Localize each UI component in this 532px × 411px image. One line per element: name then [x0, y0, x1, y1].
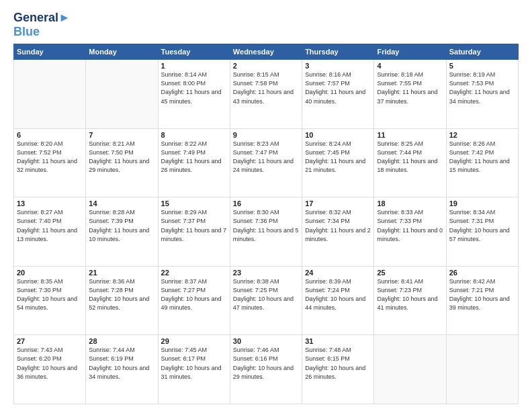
day-info: Sunrise: 8:21 AMSunset: 7:50 PMDaylight:… [89, 140, 154, 175]
day-info: Sunrise: 8:28 AMSunset: 7:39 PMDaylight:… [89, 208, 154, 243]
day-info: Sunrise: 8:32 AMSunset: 7:34 PMDaylight:… [305, 208, 371, 243]
calendar-cell: 9Sunrise: 8:23 AMSunset: 7:47 PMDaylight… [230, 128, 302, 197]
calendar-week-row: 20Sunrise: 8:35 AMSunset: 7:30 PMDayligh… [14, 266, 519, 335]
day-number: 24 [305, 269, 371, 277]
calendar-header-tuesday: Tuesday [158, 44, 230, 60]
day-info: Sunrise: 8:34 AMSunset: 7:31 PMDaylight:… [449, 208, 515, 243]
day-info: Sunrise: 8:36 AMSunset: 7:28 PMDaylight:… [89, 277, 154, 312]
day-info: Sunrise: 8:25 AMSunset: 7:44 PMDaylight:… [377, 140, 443, 175]
day-number: 18 [377, 199, 443, 208]
day-number: 26 [449, 269, 515, 277]
day-number: 23 [233, 269, 299, 277]
day-number: 17 [305, 199, 371, 208]
day-number: 30 [233, 337, 299, 345]
calendar-cell: 1Sunrise: 8:14 AMSunset: 8:00 PMDaylight… [158, 60, 230, 129]
day-info: Sunrise: 8:20 AMSunset: 7:52 PMDaylight:… [17, 140, 83, 175]
day-info: Sunrise: 8:16 AMSunset: 7:57 PMDaylight:… [305, 71, 371, 105]
calendar-cell: 25Sunrise: 8:41 AMSunset: 7:23 PMDayligh… [374, 266, 446, 335]
calendar-cell [446, 335, 518, 404]
day-number: 10 [305, 131, 371, 139]
day-number: 1 [161, 62, 227, 70]
day-number: 4 [377, 62, 443, 70]
calendar-cell: 31Sunrise: 7:48 AMSunset: 6:15 PMDayligh… [302, 335, 374, 404]
day-number: 22 [161, 269, 227, 277]
logo: General► Blue [13, 11, 71, 38]
day-number: 5 [449, 62, 515, 70]
day-number: 2 [233, 62, 299, 70]
calendar-cell: 24Sunrise: 8:39 AMSunset: 7:24 PMDayligh… [302, 266, 374, 335]
calendar-cell: 8Sunrise: 8:22 AMSunset: 7:49 PMDaylight… [158, 128, 230, 197]
day-info: Sunrise: 8:38 AMSunset: 7:25 PMDaylight:… [233, 277, 299, 312]
day-info: Sunrise: 8:23 AMSunset: 7:47 PMDaylight:… [233, 140, 299, 175]
day-info: Sunrise: 7:45 AMSunset: 6:17 PMDaylight:… [161, 346, 227, 381]
day-number: 16 [233, 199, 299, 208]
calendar-cell: 14Sunrise: 8:28 AMSunset: 7:39 PMDayligh… [86, 197, 158, 267]
calendar-header-row: SundayMondayTuesdayWednesdayThursdayFrid… [14, 44, 519, 60]
day-info: Sunrise: 8:18 AMSunset: 7:55 PMDaylight:… [377, 71, 443, 105]
day-number: 12 [449, 131, 515, 139]
calendar-cell: 2Sunrise: 8:15 AMSunset: 7:58 PMDaylight… [230, 60, 302, 129]
calendar-cell: 6Sunrise: 8:20 AMSunset: 7:52 PMDaylight… [14, 128, 86, 197]
calendar-cell: 23Sunrise: 8:38 AMSunset: 7:25 PMDayligh… [230, 266, 302, 335]
day-number: 25 [377, 269, 443, 277]
day-number: 14 [89, 199, 154, 208]
calendar-cell: 3Sunrise: 8:16 AMSunset: 7:57 PMDaylight… [302, 60, 374, 129]
day-info: Sunrise: 8:39 AMSunset: 7:24 PMDaylight:… [305, 277, 371, 312]
calendar-header-saturday: Saturday [446, 44, 518, 60]
calendar-cell [86, 60, 158, 129]
calendar-week-row: 6Sunrise: 8:20 AMSunset: 7:52 PMDaylight… [14, 128, 519, 197]
day-number: 15 [161, 199, 227, 208]
calendar-cell [14, 60, 86, 129]
day-info: Sunrise: 8:19 AMSunset: 7:53 PMDaylight:… [449, 71, 515, 105]
calendar-cell: 18Sunrise: 8:33 AMSunset: 7:33 PMDayligh… [374, 197, 446, 267]
logo-text: General► Blue [13, 11, 71, 38]
day-info: Sunrise: 7:46 AMSunset: 6:16 PMDaylight:… [233, 346, 299, 381]
day-number: 11 [377, 131, 443, 139]
day-info: Sunrise: 8:22 AMSunset: 7:49 PMDaylight:… [161, 140, 227, 175]
calendar-cell: 17Sunrise: 8:32 AMSunset: 7:34 PMDayligh… [302, 197, 374, 267]
day-info: Sunrise: 8:37 AMSunset: 7:27 PMDaylight:… [161, 277, 227, 312]
calendar-header-friday: Friday [374, 44, 446, 60]
day-number: 21 [89, 269, 154, 277]
calendar-cell: 5Sunrise: 8:19 AMSunset: 7:53 PMDaylight… [446, 60, 518, 129]
calendar-cell: 20Sunrise: 8:35 AMSunset: 7:30 PMDayligh… [14, 266, 86, 335]
calendar-cell: 11Sunrise: 8:25 AMSunset: 7:44 PMDayligh… [374, 128, 446, 197]
calendar-cell: 26Sunrise: 8:42 AMSunset: 7:21 PMDayligh… [446, 266, 518, 335]
day-info: Sunrise: 8:27 AMSunset: 7:40 PMDaylight:… [17, 208, 83, 243]
calendar-cell: 16Sunrise: 8:30 AMSunset: 7:36 PMDayligh… [230, 197, 302, 267]
calendar-cell: 4Sunrise: 8:18 AMSunset: 7:55 PMDaylight… [374, 60, 446, 129]
day-info: Sunrise: 8:41 AMSunset: 7:23 PMDaylight:… [377, 277, 443, 312]
calendar-header-sunday: Sunday [14, 44, 86, 60]
calendar-cell: 19Sunrise: 8:34 AMSunset: 7:31 PMDayligh… [446, 197, 518, 267]
calendar-week-row: 27Sunrise: 7:43 AMSunset: 6:20 PMDayligh… [14, 335, 519, 404]
calendar-cell: 10Sunrise: 8:24 AMSunset: 7:45 PMDayligh… [302, 128, 374, 197]
calendar-cell [374, 335, 446, 404]
day-info: Sunrise: 7:43 AMSunset: 6:20 PMDaylight:… [17, 346, 83, 381]
calendar-header-monday: Monday [86, 44, 158, 60]
day-info: Sunrise: 7:44 AMSunset: 6:19 PMDaylight:… [89, 346, 154, 381]
day-info: Sunrise: 8:14 AMSunset: 8:00 PMDaylight:… [161, 71, 227, 105]
calendar-cell: 15Sunrise: 8:29 AMSunset: 7:37 PMDayligh… [158, 197, 230, 267]
day-number: 28 [89, 337, 154, 345]
day-number: 7 [89, 131, 154, 139]
calendar-cell: 7Sunrise: 8:21 AMSunset: 7:50 PMDaylight… [86, 128, 158, 197]
day-info: Sunrise: 8:29 AMSunset: 7:37 PMDaylight:… [161, 208, 227, 243]
day-info: Sunrise: 7:48 AMSunset: 6:15 PMDaylight:… [305, 346, 371, 381]
calendar-cell: 13Sunrise: 8:27 AMSunset: 7:40 PMDayligh… [14, 197, 86, 267]
calendar-cell: 29Sunrise: 7:45 AMSunset: 6:17 PMDayligh… [158, 335, 230, 404]
calendar-header-wednesday: Wednesday [230, 44, 302, 60]
day-number: 27 [17, 337, 83, 345]
day-number: 19 [449, 199, 515, 208]
day-number: 3 [305, 62, 371, 70]
calendar-week-row: 1Sunrise: 8:14 AMSunset: 8:00 PMDaylight… [14, 60, 519, 129]
day-info: Sunrise: 8:30 AMSunset: 7:36 PMDaylight:… [233, 208, 299, 243]
page-header: General► Blue [13, 11, 519, 38]
day-number: 8 [161, 131, 227, 139]
day-info: Sunrise: 8:33 AMSunset: 7:33 PMDaylight:… [377, 208, 443, 243]
calendar-cell: 28Sunrise: 7:44 AMSunset: 6:19 PMDayligh… [86, 335, 158, 404]
calendar-cell: 12Sunrise: 8:26 AMSunset: 7:42 PMDayligh… [446, 128, 518, 197]
day-info: Sunrise: 8:26 AMSunset: 7:42 PMDaylight:… [449, 140, 515, 175]
calendar-table: SundayMondayTuesdayWednesdayThursdayFrid… [13, 44, 519, 404]
calendar-cell: 22Sunrise: 8:37 AMSunset: 7:27 PMDayligh… [158, 266, 230, 335]
day-info: Sunrise: 8:42 AMSunset: 7:21 PMDaylight:… [449, 277, 515, 312]
